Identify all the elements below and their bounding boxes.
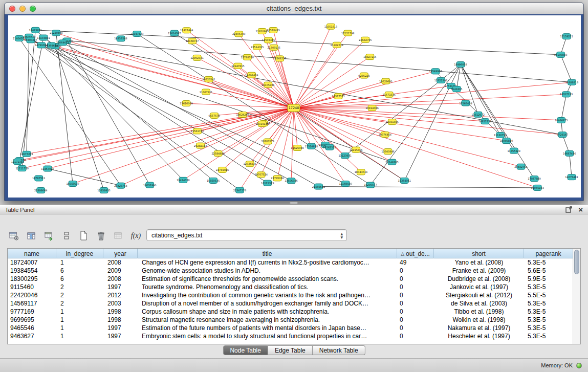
graph-node[interactable]: 17240 — [288, 104, 300, 112]
graph-node[interactable]: 22347276 — [233, 187, 246, 193]
graph-node[interactable]: 18466875 — [555, 117, 568, 123]
table-row[interactable]: 1456911722003Disruption of a novel membe… — [8, 299, 580, 308]
graph-node[interactable]: 13123931 — [339, 153, 352, 159]
table-selector-combobox[interactable]: citations_edges.txt ▲▼ — [146, 229, 347, 241]
scrollbar-thumb[interactable] — [574, 250, 579, 274]
graph-node[interactable]: 15566409 — [459, 100, 472, 106]
graph-node[interactable]: 13434028 — [177, 177, 189, 183]
table-row[interactable]: 911546021997Tourette syndrome. Phenomeno… — [8, 283, 580, 291]
graph-node[interactable]: 11130756 — [494, 132, 507, 138]
graph-node[interactable]: 22146385 — [385, 159, 398, 165]
graph-node[interactable]: 11367921 — [200, 89, 212, 95]
graph-node[interactable]: 12735835 — [243, 161, 256, 167]
graph-node[interactable]: 17190893 — [554, 52, 567, 57]
table-row[interactable]: 946362711997Embryonic stem cells: a mode… — [8, 332, 580, 340]
graph-node[interactable]: 14812121 — [478, 119, 491, 124]
column-header-title[interactable]: title — [138, 249, 397, 258]
graph-node[interactable]: 12159221 — [560, 34, 573, 39]
import-table-button[interactable] — [42, 229, 56, 243]
tab-node-table[interactable]: Node Table — [223, 345, 268, 355]
graph-node[interactable]: 18043744 — [355, 169, 367, 175]
graph-node[interactable]: 22446552 — [312, 184, 325, 189]
graph-node[interactable]: 14698439 — [245, 72, 258, 78]
float-panel-icon[interactable] — [565, 206, 572, 213]
graph-node[interactable]: 11457026 — [41, 166, 54, 171]
tab-edge-table[interactable]: Edge Table — [268, 345, 313, 355]
graph-node[interactable]: 15322393 — [434, 77, 447, 83]
column-header-year[interactable]: year — [103, 249, 138, 258]
graph-node[interactable]: 22749026 — [216, 167, 229, 172]
table-row[interactable]: 977716911998Corpus callosum shape and si… — [8, 308, 580, 316]
graph-node[interactable]: 12503445 — [262, 37, 275, 43]
graph-node[interactable]: 13317133 — [560, 92, 573, 97]
graph-node[interactable]: 17037889 — [528, 176, 540, 182]
graph-node[interactable]: 21947423 — [130, 31, 143, 37]
graph-node[interactable]: 16356548 — [114, 36, 127, 41]
graph-node[interactable]: 9557578 — [209, 113, 220, 118]
graph-node[interactable]: 18626266 — [236, 112, 249, 118]
close-panel-icon[interactable]: × — [578, 206, 583, 213]
graph-node[interactable]: 22514315 — [251, 44, 264, 50]
graph-node[interactable]: 12947815 — [231, 63, 244, 69]
graph-node[interactable]: 9256224 — [358, 73, 369, 78]
column-header-name[interactable]: name — [8, 249, 56, 258]
graph-node[interactable]: 15850535 — [207, 178, 220, 183]
graph-node[interactable]: 19625089 — [291, 145, 303, 151]
graph-node[interactable]: 18996058 — [454, 62, 467, 68]
graph-node[interactable]: 11427444 — [180, 28, 193, 33]
panel-resize-grip[interactable] — [290, 202, 298, 204]
show-columns-button[interactable] — [25, 229, 38, 243]
graph-node[interactable]: 15614397 — [168, 30, 181, 36]
graph-node[interactable]: 18158737 — [186, 38, 199, 44]
graph-node[interactable]: 12377571 — [332, 93, 344, 99]
graph-node[interactable]: 22562518 — [323, 144, 336, 150]
delete-table-button[interactable] — [94, 229, 108, 243]
minimize-window-button[interactable] — [19, 6, 26, 12]
column-header-pagerank[interactable]: pagerank — [524, 249, 573, 258]
column-header-out-degree[interactable]: △out_de... — [397, 249, 434, 258]
graph-node[interactable]: 11211750 — [15, 166, 28, 171]
graph-node[interactable]: 15578433 — [267, 27, 279, 33]
graph-node[interactable]: 17121798 — [341, 30, 354, 36]
graph-node[interactable]: 18827215 — [363, 54, 376, 60]
memory-status-indicator[interactable] — [576, 363, 582, 368]
table-row[interactable]: 1938455462009Genome-wide association stu… — [8, 267, 580, 275]
graph-node[interactable]: 22584886 — [211, 150, 224, 156]
graph-node[interactable]: 12902331 — [190, 55, 203, 60]
table-row[interactable]: 1830029562008Estimation of significance … — [8, 275, 580, 283]
graph-node[interactable]: 20283579 — [261, 139, 274, 144]
row-options-button[interactable] — [59, 229, 73, 243]
graph-node[interactable]: 16667436 — [563, 150, 576, 156]
table-row[interactable]: 969969511998Structural magnetic resonanc… — [8, 316, 580, 324]
graph-node[interactable]: 20328764 — [114, 183, 127, 188]
window-titlebar[interactable]: citations_edges.txt — [5, 3, 583, 14]
graph-node[interactable]: 21561720 — [191, 128, 204, 134]
table-row[interactable]: 946554611997Estimation of the future num… — [8, 324, 580, 332]
close-window-button[interactable] — [9, 6, 15, 12]
graph-node[interactable]: 13939935 — [97, 188, 110, 193]
graph-node[interactable]: 11105966 — [262, 82, 274, 87]
new-table-button[interactable] — [77, 229, 91, 243]
graph-node[interactable]: 18483621 — [29, 27, 42, 33]
network-canvas[interactable]: 2279503619707324127358352274902622584886… — [8, 15, 581, 198]
graph-node[interactable]: 21899064 — [34, 188, 47, 193]
table-row[interactable]: 1872400712008Changes of HCN gene express… — [8, 258, 580, 267]
graph-node[interactable]: 22795036 — [271, 176, 284, 181]
graph-node[interactable]: 9729167 — [557, 132, 568, 138]
graph-node[interactable]: 21671536 — [382, 92, 395, 97]
column-header-in-degree[interactable]: in_degree — [56, 249, 103, 258]
graph-node[interactable]: 13506386 — [285, 178, 297, 184]
table-scrollbar[interactable] — [573, 249, 580, 344]
graph-node[interactable]: 11755329 — [508, 148, 520, 154]
graph-node[interactable]: 10814086 — [365, 105, 378, 111]
graph-node[interactable]: 18268237 — [273, 56, 286, 61]
merge-table-button[interactable] — [112, 229, 125, 243]
graph-node[interactable]: 12677233 — [20, 151, 33, 157]
graph-node[interactable]: 13626009 — [180, 101, 192, 106]
graph-node[interactable]: 21220498 — [50, 30, 62, 36]
graph-node[interactable]: 18787511 — [32, 176, 45, 181]
graph-node[interactable]: 10121323 — [261, 180, 274, 186]
tab-network-table[interactable]: Network Table — [313, 345, 365, 355]
graph-node[interactable]: 22405393 — [232, 31, 245, 37]
graph-node[interactable]: 12171333 — [11, 159, 24, 165]
